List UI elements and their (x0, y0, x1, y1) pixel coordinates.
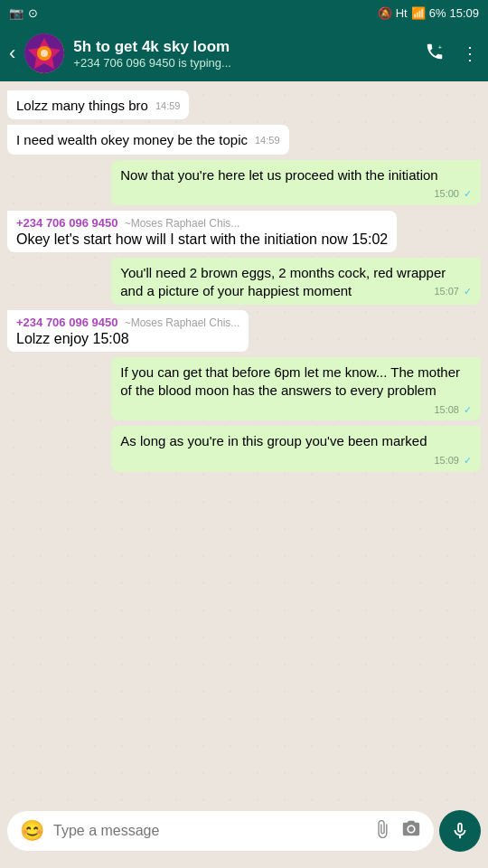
message-input[interactable] (53, 823, 363, 839)
message-time: 15:08 (93, 331, 129, 346)
tick-icon: ✓ (464, 404, 472, 415)
status-bar: 📷 ⊙ 🔕 Ht 📶 6% 15:09 (0, 0, 488, 25)
mic-button[interactable] (439, 810, 481, 852)
header-action-icons: + ⋮ (425, 42, 479, 66)
svg-text:+: + (438, 43, 442, 52)
status-mute-icon: 🔕 (378, 6, 392, 20)
tick-icon: ✓ (464, 188, 472, 199)
attach-icon[interactable] (372, 819, 392, 844)
message-bubble: As long as you're in this group you've b… (111, 426, 481, 471)
message-text: I need wealth okey money be the topic (16, 132, 248, 147)
status-right-icons: 🔕 Ht 📶 6% 15:09 (378, 6, 479, 20)
message-text: If you can get that before 6pm let me kn… (120, 364, 460, 398)
message-time: 15:08 ✓ (434, 403, 472, 417)
status-network-icon: Ht (396, 6, 408, 20)
message-text: Lolzz enjoy (16, 331, 89, 346)
message-row: You'll need 2 brown eggs, 2 months cock,… (7, 258, 481, 306)
status-signal-icon: 📶 (411, 6, 426, 20)
message-row: As long as you're in this group you've b… (7, 426, 481, 471)
message-row: +234 706 096 9450 ~Moses Raphael Chis...… (7, 310, 481, 352)
emoji-button[interactable]: 😊 (20, 819, 44, 843)
message-text: Okey let's start how will I start with t… (16, 231, 348, 247)
status-time: 15:09 (449, 6, 479, 20)
menu-icon[interactable]: ⋮ (461, 42, 479, 64)
tick-icon: ✓ (464, 455, 472, 466)
status-icon-camera: 📷 (9, 6, 23, 20)
tick-icon: ✓ (464, 286, 472, 297)
sender-name: +234 706 096 9450 ~Moses Raphael Chis... (16, 316, 239, 329)
message-bubble-group: +234 706 096 9450 ~Moses Raphael Chis...… (7, 310, 249, 352)
back-button[interactable]: ‹ (9, 42, 15, 65)
message-bubble-group: +234 706 096 9450 ~Moses Raphael Chis...… (7, 211, 397, 252)
status-battery: 6% (429, 6, 446, 20)
message-row: +234 706 096 9450 ~Moses Raphael Chis...… (7, 211, 481, 252)
message-row: Now that you're here let us proceed with… (7, 160, 481, 205)
message-text: Now that you're here let us proceed with… (120, 167, 437, 183)
message-bubble: I need wealth okey money be the topic 14… (7, 125, 289, 154)
message-input-box: 😊 (7, 811, 434, 851)
status-left-icons: 📷 ⊙ (9, 6, 38, 20)
message-time: 14:59 (155, 99, 181, 113)
chat-name: 5h to get 4k sky loom (73, 38, 416, 56)
message-text: Lolzz many things bro (16, 98, 148, 113)
svg-point-3 (41, 50, 48, 57)
message-bubble: If you can get that before 6pm let me kn… (111, 357, 481, 420)
message-row: Lolzz many things bro 14:59 (7, 90, 481, 119)
sender-name: +234 706 096 9450 ~Moses Raphael Chis... (16, 216, 388, 230)
message-bubble: You'll need 2 brown eggs, 2 months cock,… (111, 258, 481, 306)
message-time: 15:07 ✓ (434, 285, 472, 298)
message-time: 15:00 ✓ (434, 187, 472, 201)
avatar[interactable] (24, 33, 64, 73)
message-time: 15:09 ✓ (434, 454, 472, 467)
status-icon-app: ⊙ (28, 6, 38, 20)
chat-area: Lolzz many things bro 14:59 I need wealt… (0, 81, 488, 805)
message-time: 14:59 (255, 134, 280, 147)
message-text: You'll need 2 brown eggs, 2 months cock,… (120, 265, 446, 298)
message-bubble: Now that you're here let us proceed with… (111, 160, 481, 205)
message-row: If you can get that before 6pm let me kn… (7, 357, 481, 420)
message-time: 15:02 (352, 231, 388, 247)
input-area: 😊 (0, 805, 488, 857)
message-row: I need wealth okey money be the topic 14… (7, 125, 481, 154)
message-text: As long as you're in this group you've b… (120, 433, 427, 448)
chat-header: ‹ 5h to get 4k sky loom +234 706 096 945… (0, 25, 488, 81)
chat-status: +234 706 096 9450 is typing... (73, 56, 416, 70)
message-bubble: Lolzz many things bro 14:59 (7, 90, 189, 119)
header-info: 5h to get 4k sky loom +234 706 096 9450 … (73, 38, 416, 70)
call-icon[interactable]: + (425, 42, 445, 66)
camera-icon[interactable] (401, 819, 421, 844)
